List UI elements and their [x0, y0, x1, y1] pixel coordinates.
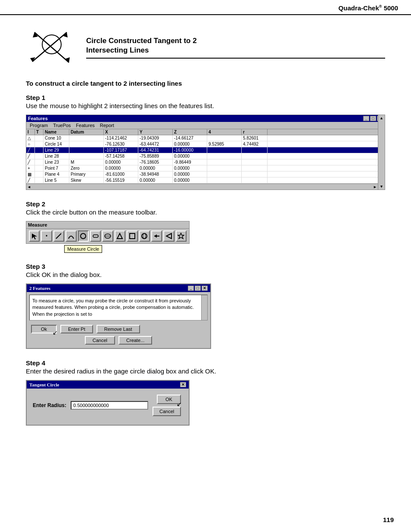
- hero-icon: [26, 28, 78, 67]
- toolbar-btn-arrow[interactable]: [29, 230, 40, 242]
- step4-label: Step 4: [26, 359, 385, 367]
- svg-line-8: [56, 233, 61, 239]
- step2-text: Click the circle button on the measure t…: [26, 208, 385, 216]
- hero-title: Circle Constructed Tangent to 2 Intersec…: [86, 36, 385, 55]
- step4-text: Enter the desired radius in the gage cir…: [26, 367, 385, 375]
- toolbar-btn-tri-left[interactable]: [163, 230, 174, 242]
- features-scrollbar[interactable]: ▲ ▼: [378, 115, 385, 190]
- svg-rect-14: [130, 233, 135, 239]
- tangent-ok-button[interactable]: OK ↙: [157, 395, 181, 404]
- dialog-buttons-row1: Ok ↙ Enter Pt Remove Last: [27, 323, 210, 335]
- section-heading: To construct a circle tangent to 2 inter…: [26, 80, 385, 87]
- toolbar-btn-arc[interactable]: [65, 230, 76, 242]
- dialog-maximize[interactable]: □: [195, 286, 201, 291]
- toolbar-btn-line[interactable]: [53, 230, 64, 242]
- table-row: ╱Line 28 -57.14258-75.858890.00000: [26, 153, 378, 159]
- features-table-body: △Cone 10 -114.21462-19.04309-14.661275.8…: [26, 135, 378, 184]
- two-features-title: 2 Features: [29, 286, 50, 291]
- svg-marker-7: [32, 233, 37, 240]
- toolbar-btn-point[interactable]: •: [41, 230, 52, 242]
- toolbar-btn-circle[interactable]: Measure Circle: [78, 230, 89, 242]
- measure-title: Measure: [28, 222, 47, 227]
- toolbar-btn-star[interactable]: [176, 230, 187, 242]
- menu-truepos[interactable]: TruePos: [50, 122, 73, 128]
- menu-report[interactable]: Report: [97, 122, 117, 128]
- features-titlebar: Features _ □ ✕: [26, 115, 385, 122]
- svg-point-9: [81, 233, 86, 239]
- measure-toolbar-body: • Measure Circle: [26, 229, 189, 243]
- two-features-dialog: 2 Features _ □ ✕ To measure a circle, yo…: [26, 283, 211, 349]
- svg-point-16: [143, 233, 146, 239]
- toolbar-btn-triangle[interactable]: [115, 230, 125, 242]
- step3-label: Step 3: [26, 263, 385, 270]
- minimize-btn[interactable]: _: [363, 116, 369, 121]
- menu-features[interactable]: Features: [73, 122, 97, 128]
- page-header: Quadra-Chek® 5000: [0, 0, 411, 15]
- dialog-enter-pt-button[interactable]: Enter Pt: [60, 325, 93, 333]
- svg-point-15: [142, 233, 147, 239]
- dialog-buttons-row2: Cancel Create...: [27, 335, 210, 348]
- features-window-screenshot: Features _ □ ✕ Program TruePos Features …: [26, 115, 385, 190]
- table-row: +Point 7Zero 0.000000.000000.00000: [26, 165, 378, 171]
- toolbar-btn-slot[interactable]: [90, 230, 101, 242]
- tangent-ok-cursor: ↙: [177, 401, 182, 408]
- table-row: ▦Plane 4Primary -81.61000-38.949480.0000…: [26, 171, 378, 177]
- maximize-btn[interactable]: □: [370, 116, 376, 121]
- step1-text: Use the mouse to highlight 2 intersectin…: [26, 102, 385, 109]
- step2-label: Step 2: [26, 200, 385, 208]
- dialog-scrollbar[interactable]: [201, 295, 207, 320]
- hero-area: Circle Constructed Tangent to 2 Intersec…: [26, 28, 385, 67]
- menu-program[interactable]: Program: [27, 122, 50, 128]
- step1-label: Step 1: [26, 94, 385, 101]
- table-row: ○Circle 14 -76.12630-63.444720.000009.52…: [26, 141, 378, 147]
- hero-text-block: Circle Constructed Tangent to 2 Intersec…: [86, 36, 385, 59]
- toolbar-btn-sphere[interactable]: [139, 230, 150, 242]
- dialog-close[interactable]: ✕: [202, 286, 208, 291]
- main-content: Circle Constructed Tangent to 2 Intersec…: [0, 15, 411, 456]
- measure-circle-tooltip: Measure Circle: [64, 245, 102, 253]
- tangent-cancel-button[interactable]: Cancel: [153, 407, 181, 416]
- tangent-close-btn[interactable]: ✕: [180, 382, 186, 387]
- svg-marker-20: [178, 233, 184, 239]
- tangent-label: Enter Radius:: [33, 402, 66, 408]
- toolbar-btn-blob[interactable]: [102, 230, 113, 242]
- measure-toolbar-screenshot: Measure • Measure Circle: [26, 221, 190, 244]
- svg-marker-19: [166, 233, 171, 239]
- tangent-titlebar: Tangent Circle ✕: [27, 381, 189, 389]
- table-row: ╱Line 23M 0.00000-76.18605-9.86449: [26, 159, 378, 165]
- header-title: Quadra-Chek® 5000: [339, 4, 398, 12]
- tangent-body: Enter Radius: 0.500000000000 OK ↙ Cancel: [27, 389, 189, 425]
- tangent-button-col: OK ↙ Cancel: [153, 395, 181, 416]
- features-window-title: Features: [28, 116, 48, 121]
- page-number: 119: [383, 516, 394, 523]
- svg-line-2: [34, 32, 69, 62]
- two-features-titlebar: 2 Features _ □ ✕: [27, 284, 210, 292]
- svg-marker-18: [154, 234, 157, 238]
- dialog-minimize[interactable]: _: [188, 286, 194, 291]
- svg-marker-13: [117, 233, 122, 239]
- tangent-title: Tangent Circle: [29, 382, 59, 387]
- toolbar-btn-square[interactable]: [127, 230, 137, 242]
- tangent-radius-input[interactable]: 0.500000000000: [71, 401, 148, 410]
- dialog-text: To measure a circle, you may probe the c…: [29, 295, 208, 320]
- tangent-input-row: Enter Radius: 0.500000000000 OK ↙ Cancel: [33, 395, 183, 416]
- dialog-cancel-button[interactable]: Cancel: [85, 336, 115, 345]
- table-row: △Cone 10 -114.21462-19.04309-14.661275.8…: [26, 135, 378, 141]
- ok-cursor: ↙: [53, 329, 58, 336]
- features-menubar: Program TruePos Features Report: [26, 122, 385, 129]
- dialog-ok-button[interactable]: Ok ↙: [31, 325, 57, 333]
- svg-line-1: [32, 32, 67, 62]
- table-row-selected: ╱Line 29 -107.17187-64.74231-16.00000: [26, 147, 378, 153]
- dialog-remove-last-button[interactable]: Remove Last: [97, 325, 140, 333]
- step3-text: Click OK in the dialog box.: [26, 271, 385, 278]
- toolbar-btn-arrow-left[interactable]: [151, 230, 162, 242]
- features-table-header: ITNameDatum XYZ4r: [26, 129, 378, 135]
- dialog-titlebar-buttons: _ □ ✕: [188, 286, 208, 291]
- tangent-circle-dialog: Tangent Circle ✕ Enter Radius: 0.5000000…: [26, 380, 190, 426]
- dialog-create-button[interactable]: Create...: [118, 336, 152, 345]
- table-row: ╱Line 5Skew -56.155190.000000.00000: [26, 177, 378, 184]
- svg-rect-10: [93, 235, 98, 237]
- measure-titlebar: Measure: [26, 221, 189, 229]
